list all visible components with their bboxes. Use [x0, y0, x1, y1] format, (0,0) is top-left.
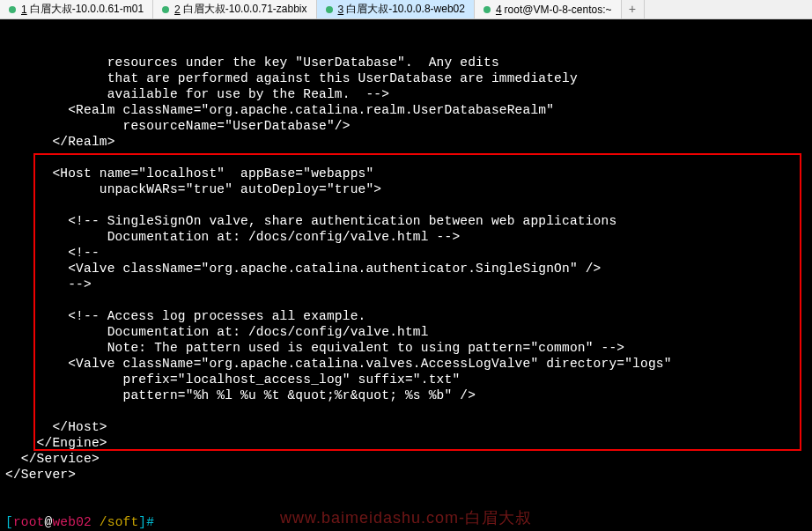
tab-bar: 1 白眉大叔-10.0.0.61-m01 2 白眉大叔-10.0.0.71-za…: [0, 0, 812, 19]
tab-number: 4: [496, 4, 502, 16]
status-dot-icon: [326, 6, 333, 13]
status-dot-icon: [484, 6, 491, 13]
tab-number: 1: [21, 4, 27, 16]
status-dot-icon: [162, 6, 169, 13]
tab-label: root@VM-0-8-centos:~: [505, 4, 612, 16]
tab-number: 3: [338, 4, 344, 16]
tab-label: 白眉大叔-10.0.0.61-m01: [30, 2, 144, 17]
terminal-area[interactable]: resources under the key "UserDatabase". …: [0, 19, 812, 531]
tab-label: 白眉大叔-10.0.0.8-web02: [346, 2, 465, 17]
add-tab-button[interactable]: +: [622, 0, 645, 18]
shell-prompt: [root@web02 /soft]#: [5, 514, 807, 530]
tab-label: 白眉大叔-10.0.0.71-zabbix: [183, 2, 307, 17]
tab-4[interactable]: 4 root@VM-0-8-centos:~: [475, 0, 622, 18]
plus-icon: +: [629, 3, 636, 17]
status-dot-icon: [9, 6, 16, 13]
tab-number: 2: [174, 4, 181, 16]
tab-1[interactable]: 1 白眉大叔-10.0.0.61-m01: [0, 0, 153, 18]
tab-2[interactable]: 2 白眉大叔-10.0.0.71-zabbix: [153, 0, 316, 18]
tab-3[interactable]: 3 白眉大叔-10.0.0.8-web02: [317, 0, 475, 18]
terminal-content: resources under the key "UserDatabase". …: [5, 55, 807, 483]
